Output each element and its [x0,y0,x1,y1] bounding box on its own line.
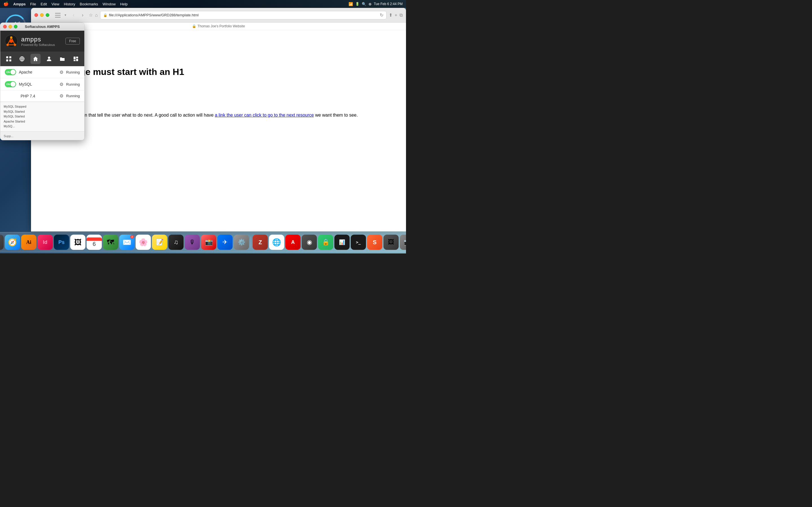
dock-calendar[interactable]: FEB 6 [87,235,102,250]
service-row-apache: ON Apache ⚙ Running [0,66,84,78]
apple-logo[interactable]: 🍎 [3,1,9,6]
svg-rect-22 [73,60,75,61]
menubar-search-icon[interactable]: 🔍 [362,2,366,6]
dock-imagecap[interactable]: 📷 [400,235,406,250]
ampps-nav-grid-icon[interactable] [4,54,14,64]
log-line-5: MySQ... [4,124,81,129]
menu-help[interactable]: Help [120,2,128,6]
menu-window[interactable]: Window [103,2,116,6]
ampps-close-button[interactable] [3,25,7,29]
dock-music[interactable]: ♫ [168,235,184,250]
dock-activity[interactable]: 📊 [335,235,350,250]
ampps-logo [5,35,18,48]
ampps-maximize-button[interactable] [14,25,17,29]
sidebar-toggle-button[interactable] [55,13,61,17]
site-badge: 🔒 Thomas Joe's Portfolio Website [31,22,406,30]
cta-link[interactable]: a link the user can click to go to the n… [215,113,314,117]
menu-bookmarks[interactable]: Bookmarks [80,2,98,6]
dock-mail[interactable]: ✉️ 2 [119,235,135,250]
ampps-nav [0,52,84,66]
menu-history[interactable]: History [64,2,75,6]
service-row-php: PHP 7.4 ⚙ Running [0,91,84,102]
menubar-app-name[interactable]: Ampps [13,2,26,6]
tabs-overview-button[interactable]: ⧉ [400,13,403,18]
ellipsis-2: ... [42,93,395,98]
dock-photoshop[interactable]: Ps [54,235,69,250]
apache-service-name: Apache [19,70,57,74]
dock-illustrator[interactable]: Ai [21,235,36,250]
mysql-toggle[interactable]: ON [5,81,16,87]
apache-toggle[interactable]: ON [5,69,16,75]
dock-podcasts[interactable]: 🎙 [185,235,200,250]
dock-acrobat[interactable]: A [285,235,301,250]
refresh-button[interactable]: ↻ [380,12,384,18]
address-bar-container: ☆ ⌂ 🔒 file:///Applications/AMPPS/www/GRD… [89,11,387,19]
cta-text-after: we want them to see. [314,113,358,117]
address-bar[interactable]: 🔒 file:///Applications/AMPPS/www/GRD288/… [100,11,387,19]
php-status: Running [66,94,80,98]
svg-point-7 [6,44,9,46]
ampps-nav-user-icon[interactable] [44,54,54,64]
ampps-nav-home-icon[interactable] [31,54,41,64]
ampps-nav-globe-icon[interactable] [17,54,27,64]
dock-opus[interactable]: ◉ [302,235,317,250]
share-button[interactable]: ⬆ [389,12,393,18]
new-tab-button[interactable]: + [395,13,397,18]
dock-launchpad[interactable]: ⊞ [0,235,4,250]
dock-filezilla[interactable]: Z [253,235,268,250]
svg-point-6 [10,40,13,43]
menubar-controlcenter-icon[interactable]: ⊕ [368,2,371,6]
dock-syspref[interactable]: ⚙️ [234,235,249,250]
browser-chrome: ▼ ‹ › ☆ ⌂ 🔒 file:///Applications/AMPPS/w… [31,8,406,22]
ampps-tagline: Powered By Softaculous [21,43,62,47]
ampps-nav-apps-icon[interactable] [71,54,81,64]
dock-indesign[interactable]: Id [38,235,53,250]
mysql-settings-icon[interactable]: ⚙ [59,82,63,87]
dock-preview[interactable]: 🖼 [70,235,86,250]
dock-sublime[interactable]: S [367,235,382,250]
site-content: Home Resume Contact PDF Resume Every pag… [31,30,406,124]
menubar-datetime: Tue Feb 6 2:44 PM [374,2,403,6]
dock-testflight[interactable]: ✈ [217,235,233,250]
ampps-nav-folder-icon[interactable] [57,54,67,64]
dock-img2[interactable]: 🖼 [384,235,399,250]
dock-snappy[interactable]: 📸 [201,235,216,250]
dock-terminal[interactable]: >_ [351,235,366,250]
dock-safari[interactable]: 🧭 [5,235,20,250]
php-service-name: PHP 7.4 [20,94,57,98]
svg-point-18 [48,57,50,59]
dock-chrome[interactable]: 🌐 [269,235,284,250]
dock-vpn[interactable]: 🔒 [318,235,333,250]
cta-paragraph: nd with a call-to-action that tell the u… [42,112,395,119]
menu-edit[interactable]: Edit [41,2,47,6]
menubar-right: 📶 🔋 🔍 ⊕ Tue Feb 6 2:44 PM [349,2,403,6]
forward-button[interactable]: › [79,11,87,19]
maximize-button[interactable] [46,13,49,17]
svg-rect-21 [76,59,78,61]
close-button[interactable] [35,13,38,17]
browser-actions: ⬆ + ⧉ [389,12,403,18]
browser-content: 🔒 Thomas Joe's Portfolio Website Home Re… [31,22,406,231]
apache-settings-icon[interactable]: ⚙ [59,69,63,75]
menu-file[interactable]: File [30,2,36,6]
menu-view[interactable]: View [51,2,59,6]
ellipsis-3: ... [42,102,395,107]
dock-photos[interactable]: 🌸 [136,235,151,250]
ampps-panel: Softaculous AMPPS ampps Powered By Softa… [0,22,85,140]
bookmark-button[interactable]: ☆ [89,12,93,18]
ampps-minimize-button[interactable] [8,25,12,29]
dock-maps[interactable]: 🗺 [103,235,118,250]
page-h1: Every page must start with an H1 [42,67,395,77]
svg-point-8 [14,44,16,46]
php-settings-icon[interactable]: ⚙ [59,93,63,99]
dock-notes[interactable]: 📝 [152,235,167,250]
svg-rect-19 [73,57,75,59]
svg-point-9 [10,36,12,39]
ampps-free-button[interactable]: Free [65,38,80,45]
home-button[interactable]: ⌂ [95,13,98,18]
minimize-button[interactable] [40,13,44,17]
dock: 😊 ⊞ 🧭 Ai Id Ps 🖼 FEB 6 🗺 ✉️ 2 🌸 📝 ♫ 🎙 📸 [0,232,406,252]
site-nav: Home Resume Contact PDF Resume [42,36,395,61]
back-button[interactable]: ‹ [70,11,78,19]
ampps-brand-name: ampps [21,36,62,43]
